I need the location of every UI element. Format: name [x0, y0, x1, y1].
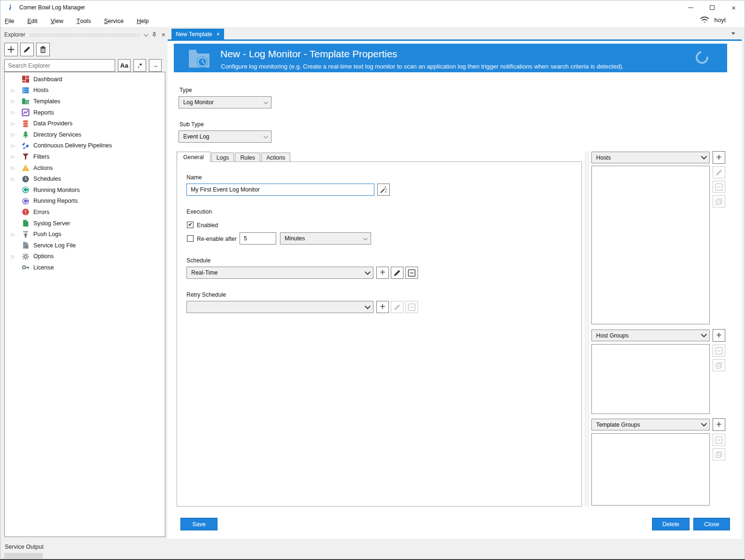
- service-output-label[interactable]: Service Output: [5, 544, 44, 550]
- menu-help[interactable]: Help: [130, 15, 155, 27]
- menu-service[interactable]: Service: [97, 15, 130, 27]
- hosts-select[interactable]: Hosts: [591, 152, 710, 163]
- retry-schedule-edit-button[interactable]: [391, 301, 404, 313]
- menu-edit[interactable]: Edit: [21, 15, 44, 27]
- tree-item-data-providers[interactable]: ▷Data Providers: [5, 118, 165, 129]
- hosts-edit-button[interactable]: [713, 166, 725, 178]
- match-case-button[interactable]: Aa: [118, 59, 131, 72]
- host-groups-list[interactable]: [591, 344, 710, 414]
- chevron-down-icon: [264, 100, 268, 104]
- explorer-tree: Dashboard▷Hosts▷Templates▷Reports▷Data P…: [4, 72, 165, 537]
- tree-item-actions[interactable]: ▷Actions: [5, 162, 165, 174]
- tab-general[interactable]: General: [177, 152, 210, 162]
- tab-logs[interactable]: Logs: [211, 153, 234, 162]
- tree-item-service-log-file[interactable]: Service Log File: [5, 240, 165, 251]
- expand-arrow-icon[interactable]: ▷: [11, 121, 22, 126]
- running-monitors-icon: [22, 186, 30, 194]
- template-groups-select[interactable]: Template Groups: [591, 419, 710, 430]
- generate-name-button[interactable]: [377, 184, 390, 196]
- panel-drag-texture[interactable]: [29, 33, 140, 37]
- tree-item-label: Running Reports: [33, 198, 78, 204]
- expand-arrow-icon[interactable]: ▷: [11, 154, 22, 159]
- name-input[interactable]: [186, 184, 374, 196]
- reenable-checkbox[interactable]: [187, 235, 194, 242]
- schedule-edit-button[interactable]: [391, 267, 404, 279]
- host-groups-copy-button[interactable]: [713, 359, 725, 371]
- host-groups-select[interactable]: Host Groups: [591, 330, 710, 341]
- regex-button[interactable]: .*: [133, 59, 146, 72]
- tree-item-label: Running Monitors: [33, 187, 80, 193]
- close-button[interactable]: ×: [723, 0, 745, 15]
- tree-item-syslog-server[interactable]: Syslog Server: [5, 218, 165, 229]
- enabled-checkbox[interactable]: [187, 222, 194, 228]
- expand-arrow-icon[interactable]: ▷: [11, 88, 22, 93]
- template-groups-add-button[interactable]: +: [713, 418, 725, 431]
- hosts-add-button[interactable]: +: [713, 151, 725, 164]
- tab-list-chevron-icon[interactable]: [731, 32, 735, 35]
- schedule-remove-button[interactable]: [405, 267, 418, 279]
- host-groups-remove-button[interactable]: [713, 345, 725, 357]
- expand-arrow-icon[interactable]: ▷: [11, 99, 22, 104]
- panel-close-icon[interactable]: ×: [162, 31, 165, 38]
- vertical-scrollbar[interactable]: [585, 152, 589, 506]
- explorer-delete-button[interactable]: [36, 43, 50, 56]
- tree-item-dashboard[interactable]: Dashboard: [5, 74, 165, 85]
- hosts-copy-button[interactable]: [713, 195, 725, 207]
- minimize-button[interactable]: [680, 0, 701, 15]
- tree-item-push-logs[interactable]: ▷Push Logs: [5, 229, 165, 240]
- delete-button[interactable]: Delete: [652, 518, 690, 530]
- explorer-edit-button[interactable]: [20, 43, 34, 56]
- menu-file[interactable]: File: [0, 15, 21, 27]
- search-go-button[interactable]: →: [149, 59, 162, 72]
- template-groups-copy-button[interactable]: [713, 448, 725, 460]
- tree-item-filters[interactable]: ▷Filters: [5, 151, 165, 162]
- template-groups-list[interactable]: [591, 433, 710, 506]
- tab-rules[interactable]: Rules: [235, 153, 260, 162]
- expand-arrow-icon[interactable]: ▷: [11, 143, 22, 148]
- maximize-button[interactable]: [701, 0, 723, 15]
- tree-item-directory-services[interactable]: ▷Directory Services: [5, 129, 165, 140]
- search-input[interactable]: [4, 59, 115, 72]
- document-tab-new-template[interactable]: New Template ×: [171, 29, 224, 39]
- service-output-grip[interactable]: [4, 553, 43, 559]
- expand-arrow-icon[interactable]: ▷: [11, 132, 22, 137]
- template-groups-remove-button[interactable]: [713, 434, 725, 446]
- schedule-select[interactable]: Real-Time: [186, 267, 373, 279]
- tree-item-templates[interactable]: ▷Templates: [5, 96, 165, 107]
- close-template-button[interactable]: Close: [693, 518, 730, 530]
- retry-schedule-add-button[interactable]: +: [376, 301, 389, 313]
- expand-arrow-icon[interactable]: ▷: [11, 254, 22, 259]
- retry-schedule-select[interactable]: [186, 301, 373, 313]
- expand-arrow-icon[interactable]: ▷: [11, 165, 22, 170]
- schedule-add-button[interactable]: +: [376, 267, 389, 279]
- tree-item-options[interactable]: ▷Options: [5, 251, 165, 262]
- tree-item-schedules[interactable]: ▷Schedules: [5, 173, 165, 184]
- window-title: Corner Bowl Log Manager: [19, 4, 85, 11]
- reenable-unit-select[interactable]: Minutes: [280, 232, 371, 245]
- expand-arrow-icon[interactable]: ▷: [11, 110, 22, 115]
- panel-menu-chevron-icon[interactable]: [144, 32, 148, 37]
- hosts-remove-button[interactable]: [713, 181, 725, 193]
- tree-item-hosts[interactable]: ▷Hosts: [5, 85, 165, 96]
- tab-actions[interactable]: Actions: [261, 153, 290, 162]
- host-groups-add-button[interactable]: +: [713, 329, 725, 342]
- tree-item-continuous-delivery-pipelines[interactable]: ▷Continuous Delivery Pipelines: [5, 140, 165, 152]
- tree-item-reports[interactable]: ▷Reports: [5, 107, 165, 118]
- pin-icon[interactable]: [151, 32, 157, 38]
- tree-item-running-reports[interactable]: Running Reports: [5, 196, 165, 207]
- hosts-list[interactable]: [591, 166, 710, 324]
- explorer-add-button[interactable]: [4, 43, 18, 56]
- type-select[interactable]: Log Monitor: [178, 96, 272, 108]
- retry-schedule-remove-button[interactable]: [405, 301, 418, 313]
- reenable-value-input[interactable]: [240, 232, 276, 245]
- expand-arrow-icon[interactable]: ▷: [11, 176, 22, 182]
- menu-view[interactable]: View: [44, 15, 70, 27]
- tab-close-icon[interactable]: ×: [217, 31, 220, 38]
- expand-arrow-icon[interactable]: ▷: [11, 232, 22, 237]
- subtype-select[interactable]: Event Log: [178, 130, 272, 143]
- menu-tools[interactable]: Tools: [70, 15, 98, 27]
- save-button[interactable]: Save: [180, 518, 217, 530]
- tree-item-errors[interactable]: Errors: [5, 207, 165, 218]
- tree-item-running-monitors[interactable]: Running Monitors: [5, 184, 165, 196]
- tree-item-license[interactable]: License: [5, 262, 165, 273]
